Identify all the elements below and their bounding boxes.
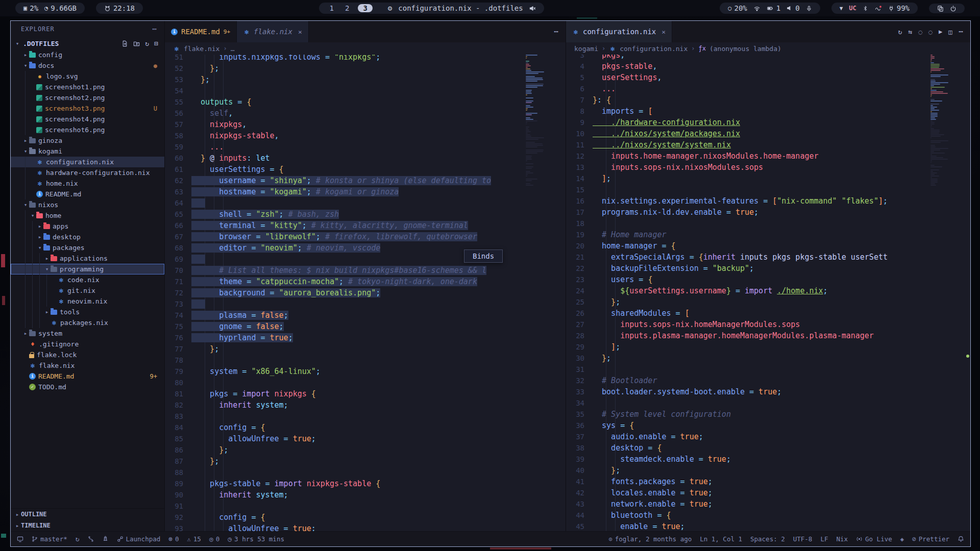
code-line-39: 39 steamdeck.enable = true; — [566, 454, 970, 465]
tree-folder-config[interactable]: ▸config — [11, 49, 164, 60]
status-3-hrs-53-mins[interactable]: ◷3 hrs 53 mins — [228, 535, 284, 543]
status-lf[interactable]: LF — [820, 535, 828, 543]
line-number: 11 — [566, 139, 593, 151]
status-0[interactable]: ⊗0 — [168, 535, 179, 543]
status-foglar-2-months-ago[interactable]: ⊙foglar, 2 months ago — [608, 535, 692, 543]
breadcrumb-item[interactable]: flake.nix — [184, 45, 219, 53]
compare-icon[interactable]: ⇆ — [908, 29, 912, 35]
breadcrumb-item[interactable]: (anonymous lambda) — [709, 45, 781, 53]
tree-file-configuration.nix[interactable]: ✻configuration.nix — [11, 157, 164, 167]
new-folder-icon[interactable] — [133, 40, 140, 47]
tree-file-git.nix[interactable]: ✻git.nix — [11, 285, 164, 296]
code-line-68: 68 editor = "neovim"; # neovim, vscode — [165, 242, 566, 254]
breadcrumb-item[interactable]: configuration.nix — [620, 45, 688, 53]
collapse-all-icon[interactable]: ⊟ — [154, 40, 158, 47]
status-0[interactable]: ◎0 — [209, 535, 219, 543]
tree-file-packages.nix[interactable]: ✻packages.nix — [11, 317, 164, 328]
workspace-3[interactable]: 3 — [358, 4, 372, 12]
tree-folder-nixos[interactable]: ▾nixos — [11, 199, 164, 210]
tree-folder-packages[interactable]: ▾packages — [11, 242, 164, 253]
tree-file-hardware-configuration.nix[interactable]: ✻hardware-configuration.nix — [11, 167, 164, 178]
minimap[interactable] — [526, 55, 558, 531]
tree-folder-desktop[interactable]: ▸desktop — [11, 232, 164, 242]
tree-folder-applications[interactable]: ▸applications — [11, 253, 164, 264]
tree-folder-ginoza[interactable]: ▸ginoza — [11, 135, 164, 146]
tree-file-todo.md[interactable]: ✓TODO.md — [11, 382, 164, 392]
tree-folder-system[interactable]: ▸system — [11, 328, 164, 339]
timeline-section[interactable]: ▸ TIMELINE — [11, 520, 164, 531]
status-bell-icon[interactable] — [958, 536, 964, 542]
close-icon[interactable]: × — [298, 28, 302, 36]
sysbar-pill[interactable]: ▣2%◔9.66GB — [15, 3, 85, 14]
workspace-root-row[interactable]: ▾ .DOTFILES ↻⊟ — [11, 37, 164, 49]
tree-file-screenshot2.png[interactable]: screenshot2.png — [11, 92, 164, 103]
breadcrumb-item[interactable]: kogami — [574, 45, 598, 53]
close-icon[interactable]: × — [662, 28, 666, 36]
status-rocket-icon[interactable] — [102, 536, 109, 542]
code-editor-configuration-nix[interactable]: 3 pkgs,4 pkgs-stable,5 userSettings,6 ..… — [566, 55, 970, 531]
new-file-icon[interactable] — [121, 40, 128, 47]
tree-file-flake.nix[interactable]: ✻flake.nix — [11, 360, 164, 371]
status-15[interactable]: ⚠15 — [187, 535, 201, 543]
ghost-circle-icon[interactable]: ◌ — [918, 29, 922, 35]
tab-flake.nix[interactable]: ✻flake.nix × — [237, 21, 309, 42]
outline-section[interactable]: ▸ OUTLINE — [11, 509, 164, 520]
tree-file-code.nix[interactable]: ✻code.nix — [11, 274, 164, 285]
status-launchpad[interactable]: Launchpad — [117, 535, 161, 543]
sysbar-pill[interactable]: 22:18 — [96, 3, 143, 14]
tree-file-screenshot4.png[interactable]: screenshot4.png — [11, 114, 164, 124]
timeline-label: TIMELINE — [21, 522, 51, 529]
status-master-[interactable]: master* — [32, 535, 67, 543]
minimap[interactable] — [930, 55, 963, 531]
tree-file-screenshot3.png[interactable]: screenshot3.pngU — [11, 103, 164, 114]
tree-folder-home[interactable]: ▾home — [11, 210, 164, 221]
tree-file-readme.md[interactable]: iREADME.md9+ — [11, 371, 164, 382]
status-copilot-icon[interactable]: ◈ — [900, 536, 904, 542]
status-sync-icon[interactable]: ↻ — [76, 536, 80, 542]
tree-file-readme.md[interactable]: iREADME.md — [11, 189, 164, 199]
run-icon[interactable]: ▶ — [939, 29, 942, 35]
workspace-1[interactable]: 1 — [327, 4, 336, 12]
tree-folder-programming[interactable]: ▾programming — [11, 264, 164, 274]
tree-folder-tools[interactable]: ▸tools — [11, 307, 164, 317]
status-spaces-2[interactable]: Spaces: 2 — [750, 535, 785, 543]
tree-file-neovim.nix[interactable]: ✻neovim.nix — [11, 296, 164, 307]
tab-configuration.nix[interactable]: ✻configuration.nix × — [566, 21, 672, 42]
tree-file-flake.lock[interactable]: flake.lock — [11, 349, 164, 360]
history-icon[interactable]: ↻ — [898, 29, 902, 35]
status-go-live[interactable]: Go Live — [856, 535, 892, 543]
chevron-right-icon: ▸ — [43, 255, 51, 262]
sysbar-pill[interactable]: ▼UC99% — [831, 3, 918, 14]
code-editor-flake-nix[interactable]: 51 inputs.nixpkgs.follows = "nixpkgs";52… — [165, 55, 566, 531]
status-gitlens-branch-icon[interactable] — [88, 536, 94, 542]
status-remote-icon[interactable] — [17, 536, 23, 542]
breadcrumb-item[interactable]: … — [231, 45, 235, 53]
tab-readme.md[interactable]: iREADME.md 9+ — [165, 21, 237, 42]
tree-file-logo.svg[interactable]: ✹logo.svg — [11, 71, 164, 82]
ghost-circle2-icon[interactable]: ◌ — [928, 29, 933, 35]
status-nix[interactable]: Nix — [836, 535, 848, 543]
refresh-icon[interactable]: ↻ — [145, 40, 149, 47]
tree-folder-apps[interactable]: ▸apps — [11, 221, 164, 232]
sysbar-pill[interactable]: ○20%10 — [720, 3, 820, 14]
workspace-2[interactable]: 2 — [342, 4, 352, 12]
sysbar-pill[interactable] — [929, 4, 965, 13]
split-editor-icon[interactable]: ◫ — [948, 29, 952, 35]
tree-file-.gitignore[interactable]: ♦.gitignore — [11, 339, 164, 349]
breadcrumb-right[interactable]: kogami›✻configuration.nix›ƒx(anonymous l… — [566, 42, 970, 55]
tree-file-screenshot6.png[interactable]: screenshot6.png — [11, 124, 164, 135]
tree-file-screenshot1.png[interactable]: screenshot1.png — [11, 82, 164, 92]
tree-folder-kogami[interactable]: ▾kogami — [11, 146, 164, 157]
more-actions-icon[interactable]: ⋯ — [959, 28, 963, 36]
tree-folder-docs[interactable]: ▾docs● — [11, 60, 164, 71]
tree-item-label: configuration.nix — [46, 158, 114, 166]
status-utf-8[interactable]: UTF-8 — [793, 535, 813, 543]
explorer-more-icon[interactable]: ⋯ — [152, 24, 157, 34]
tree-file-home.nix[interactable]: ✻home.nix — [11, 178, 164, 189]
line-number: 27 — [566, 319, 593, 330]
tab-problem-badge: 9+ — [224, 29, 230, 35]
status-ln-1-col-1[interactable]: Ln 1, Col 1 — [700, 535, 742, 543]
more-actions-icon[interactable]: ⋯ — [554, 28, 558, 36]
status-prettier[interactable]: ⊘Prettier — [912, 535, 949, 543]
breadcrumb-left[interactable]: ✻flake.nix›… — [165, 42, 566, 55]
